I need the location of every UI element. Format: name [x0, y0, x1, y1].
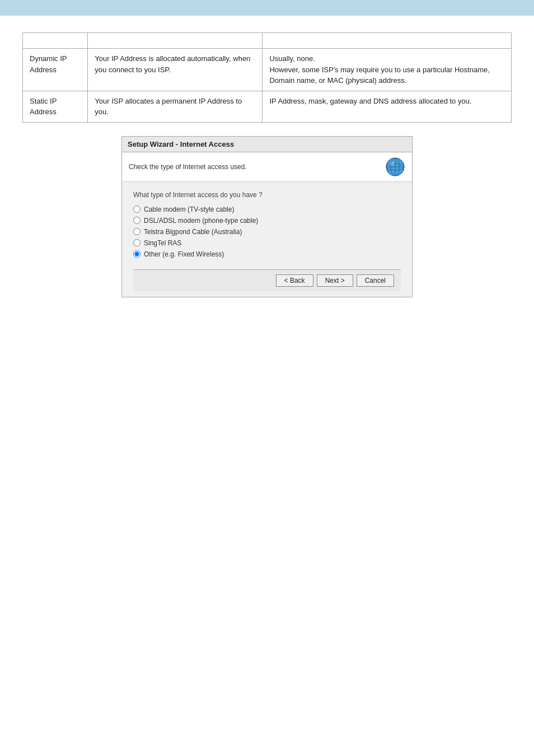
back-button[interactable]: < Back	[276, 274, 313, 287]
radio-cable[interactable]	[133, 206, 140, 213]
row2-col1: Static IP Address	[23, 91, 88, 122]
radio-cable-label: Cable modem (TV-style cable)	[144, 206, 234, 213]
wizard-header: Check the type of Internet access used.	[122, 152, 412, 182]
radio-singtel[interactable]	[133, 239, 140, 246]
radio-option-telstra[interactable]: Telstra Bigpond Cable (Australia)	[133, 228, 401, 236]
table-row: Static IP Address Your ISP allocates a p…	[23, 91, 512, 122]
wizard-dialog: Setup Wizard - Internet Access Check the…	[121, 136, 413, 297]
header-col2	[88, 33, 263, 49]
radio-telstra-label: Telstra Bigpond Cable (Australia)	[144, 228, 242, 236]
row1-col3: Usually, none. However, some ISP's may r…	[263, 49, 512, 91]
row2-col2: Your ISP allocates a permanent IP Addres…	[88, 91, 263, 122]
wizard-question: What type of Internet access do you have…	[133, 191, 401, 199]
radio-dsl[interactable]	[133, 217, 140, 224]
radio-option-singtel[interactable]: SingTel RAS	[133, 239, 401, 247]
content-area: Dynamic IP Address Your IP Address is al…	[0, 27, 534, 309]
radio-other-label: Other (e.g. Fixed Wireless)	[144, 250, 224, 258]
radio-other[interactable]	[133, 250, 140, 258]
table-row: Dynamic IP Address Your IP Address is al…	[23, 49, 512, 91]
table-header-row	[23, 33, 512, 49]
page-wrapper: Dynamic IP Address Your IP Address is al…	[0, 0, 534, 756]
radio-dsl-label: DSL/ADSL modem (phone-type cable)	[144, 217, 258, 225]
globe-icon	[385, 157, 405, 177]
radio-telstra[interactable]	[133, 228, 140, 235]
radio-option-cable[interactable]: Cable modem (TV-style cable)	[133, 206, 401, 213]
header-col1	[23, 33, 88, 49]
wizard-header-text: Check the type of Internet access used.	[129, 163, 247, 171]
info-table: Dynamic IP Address Your IP Address is al…	[22, 32, 512, 123]
cancel-button[interactable]: Cancel	[357, 274, 394, 287]
row2-col3: IP Address, mask, gateway and DNS addres…	[263, 91, 512, 122]
radio-option-other[interactable]: Other (e.g. Fixed Wireless)	[133, 250, 401, 258]
row1-col2: Your IP Address is allocated automatical…	[88, 49, 263, 91]
radio-option-dsl[interactable]: DSL/ADSL modem (phone-type cable)	[133, 217, 401, 225]
row1-col2-text: Your IP Address is allocated automatical…	[95, 54, 250, 74]
next-button[interactable]: Next >	[317, 274, 353, 287]
wizard-title: Setup Wizard - Internet Access	[128, 140, 234, 148]
wizard-body: What type of Internet access do you have…	[122, 182, 412, 297]
header-col3	[263, 33, 512, 49]
row1-col1: Dynamic IP Address	[23, 49, 88, 91]
wizard-footer: < Back Next > Cancel	[133, 269, 401, 291]
top-bar	[0, 0, 534, 16]
radio-singtel-label: SingTel RAS	[144, 239, 181, 247]
wizard-title-bar: Setup Wizard - Internet Access	[122, 137, 412, 152]
